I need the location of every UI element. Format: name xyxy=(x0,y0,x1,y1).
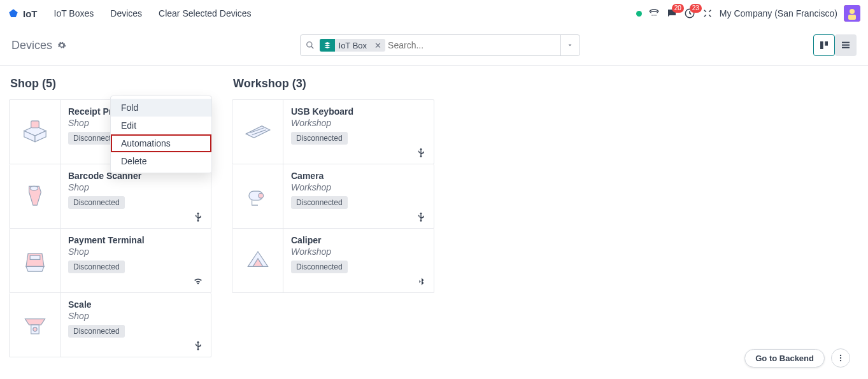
card-body: Caliper Workshop Disconnected xyxy=(283,229,434,292)
svg-point-1 xyxy=(653,15,655,16)
device-title: USB Keyboard xyxy=(291,106,426,117)
device-title: Scale xyxy=(68,299,203,310)
svg-point-27 xyxy=(258,193,263,198)
presence-indicator xyxy=(636,11,642,17)
status-badge: Disconnected xyxy=(291,132,348,145)
filter-chip-remove[interactable]: ✕ xyxy=(371,41,385,50)
svg-point-30 xyxy=(840,355,841,356)
view-switcher xyxy=(813,34,857,56)
usb-icon xyxy=(193,211,203,222)
status-badge: Disconnected xyxy=(291,261,348,273)
card-body: Scale Shop Disconnected xyxy=(60,293,211,357)
device-card[interactable]: Barcode Scanner Shop Disconnected xyxy=(9,164,211,229)
status-badge: Disconnected xyxy=(291,196,348,209)
bluetooth-icon xyxy=(417,277,426,286)
svg-rect-17 xyxy=(31,121,39,128)
status-badge: Disconnected xyxy=(68,261,125,273)
kanban-column-workshop: Workshop (3) USB Keyboard Workshop Disco… xyxy=(232,72,434,293)
device-thumb-terminal xyxy=(10,229,60,292)
gear-icon[interactable] xyxy=(57,41,66,50)
company-switcher[interactable]: My Company (San Francisco) xyxy=(720,8,837,18)
control-panel: Devices IoT Box ✕ xyxy=(0,27,868,66)
usb-icon xyxy=(416,147,426,157)
column-title[interactable]: Shop (5) xyxy=(10,77,211,90)
svg-line-8 xyxy=(311,46,313,49)
svg-point-5 xyxy=(850,9,855,14)
svg-rect-12 xyxy=(842,45,850,46)
device-card[interactable]: Camera Workshop Disconnected xyxy=(232,164,434,229)
menu-clear-selected[interactable]: Clear Selected Devices xyxy=(152,6,258,21)
svg-point-32 xyxy=(840,360,841,361)
device-thumb-printer xyxy=(10,100,60,164)
kanban-view-button[interactable] xyxy=(813,34,835,56)
column-context-menu: Fold Edit Automations Delete xyxy=(110,96,212,173)
filter-chip: IoT Box ✕ xyxy=(320,39,386,52)
search-icon xyxy=(301,41,320,50)
messages-icon[interactable]: 20 xyxy=(666,8,678,19)
svg-point-31 xyxy=(840,357,841,359)
card-body: Barcode Scanner Shop Disconnected xyxy=(60,164,211,228)
nav-left: IoT IoT Boxes Devices Clear Selected Dev… xyxy=(8,6,258,21)
ctx-edit[interactable]: Edit xyxy=(111,117,211,134)
debug-icon[interactable] xyxy=(702,8,713,19)
footer-actions: Go to Backend xyxy=(744,348,850,368)
card-body: Payment Terminal Shop Disconnected xyxy=(60,229,211,292)
app-name[interactable]: IoT xyxy=(23,8,38,19)
svg-rect-9 xyxy=(820,41,823,49)
filter-chip-label: IoT Box xyxy=(335,39,371,52)
search-bar[interactable]: IoT Box ✕ xyxy=(300,34,580,56)
voip-icon[interactable] xyxy=(648,8,660,19)
device-location: Workshop xyxy=(291,182,426,192)
device-title: Caliper xyxy=(291,235,426,245)
card-body: USB Keyboard Workshop Disconnected xyxy=(283,100,434,164)
card-body: Camera Workshop Disconnected xyxy=(283,164,434,228)
svg-point-18 xyxy=(30,186,38,190)
device-card[interactable]: Scale Shop Disconnected xyxy=(9,293,211,357)
device-location: Shop xyxy=(68,311,203,321)
svg-point-22 xyxy=(32,327,36,331)
svg-marker-20 xyxy=(25,319,45,325)
footer-kebab-button[interactable] xyxy=(831,348,850,368)
svg-point-0 xyxy=(651,15,653,16)
svg-rect-10 xyxy=(825,41,828,46)
device-thumb-scale xyxy=(10,293,60,357)
usb-icon xyxy=(416,211,426,222)
device-card[interactable]: Caliper Workshop Disconnected xyxy=(232,229,434,293)
list-view-button[interactable] xyxy=(835,34,857,56)
column-title[interactable]: Workshop (3) xyxy=(233,77,434,90)
svg-rect-11 xyxy=(842,42,850,43)
svg-point-7 xyxy=(306,42,311,47)
status-badge: Disconnected xyxy=(68,196,125,209)
svg-point-2 xyxy=(655,15,657,16)
search-options-toggle[interactable] xyxy=(560,35,580,55)
device-thumb-keyboard xyxy=(232,100,283,164)
svg-rect-19 xyxy=(30,255,40,259)
device-card[interactable]: USB Keyboard Workshop Disconnected xyxy=(232,99,434,164)
ctx-fold[interactable]: Fold xyxy=(111,99,211,117)
activities-icon[interactable]: 23 xyxy=(684,8,695,19)
device-thumb-scanner xyxy=(10,164,60,228)
ctx-automations[interactable]: Automations xyxy=(111,134,211,152)
device-location: Workshop xyxy=(291,247,426,257)
page-title: Devices xyxy=(11,39,52,52)
messages-badge: 20 xyxy=(672,4,684,13)
usb-icon xyxy=(193,340,203,350)
ctx-delete[interactable]: Delete xyxy=(111,152,211,170)
group-by-icon xyxy=(320,39,335,52)
device-card[interactable]: Payment Terminal Shop Disconnected xyxy=(9,229,211,293)
device-title: Camera xyxy=(291,171,426,181)
device-title: Payment Terminal xyxy=(68,235,203,245)
breadcrumb: Devices xyxy=(11,39,66,52)
menu-iot-boxes[interactable]: IoT Boxes xyxy=(48,6,101,21)
search-input[interactable] xyxy=(388,40,560,50)
menu-devices[interactable]: Devices xyxy=(104,6,148,21)
wifi-icon xyxy=(193,276,203,286)
device-thumb-caliper xyxy=(232,229,283,292)
go-to-backend-button[interactable]: Go to Backend xyxy=(744,349,825,368)
device-thumb-camera xyxy=(232,164,283,228)
status-badge: Disconnected xyxy=(68,325,125,338)
device-location: Shop xyxy=(68,182,203,192)
device-location: Shop xyxy=(68,247,203,257)
activities-badge: 23 xyxy=(690,4,702,13)
user-avatar[interactable] xyxy=(844,5,860,22)
